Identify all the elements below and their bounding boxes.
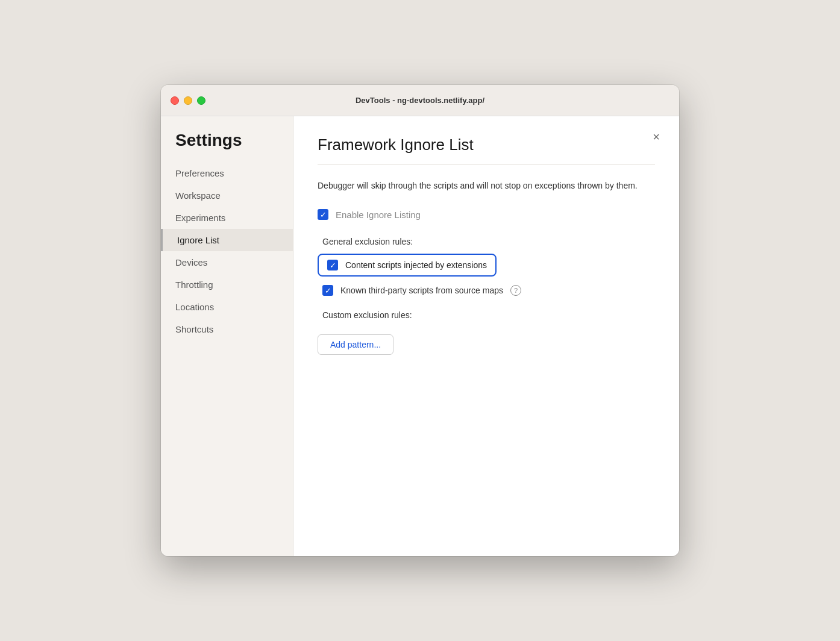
- sidebar-item-workspace[interactable]: Workspace: [161, 184, 293, 207]
- sidebar-heading: Settings: [161, 131, 293, 162]
- window-body: Settings Preferences Workspace Experimen…: [161, 116, 679, 556]
- traffic-lights: [171, 96, 205, 105]
- sidebar-item-experiments[interactable]: Experiments: [161, 207, 293, 229]
- general-exclusion-area: General exclusion rules: ✓ Content scrip…: [318, 237, 655, 296]
- sidebar-item-locations[interactable]: Locations: [161, 296, 293, 318]
- content-scripts-checkbox[interactable]: ✓: [327, 260, 338, 270]
- add-pattern-button[interactable]: Add pattern...: [318, 334, 393, 355]
- titlebar: DevTools - ng-devtools.netlify.app/: [161, 85, 679, 116]
- maximize-traffic-light[interactable]: [197, 96, 205, 105]
- main-content: × Framework Ignore List Debugger will sk…: [293, 116, 679, 556]
- content-scripts-label: Content scripts injected by extensions: [345, 260, 487, 270]
- checkmark-icon: ✓: [330, 261, 336, 269]
- known-scripts-label: Known third-party scripts from source ma…: [340, 286, 503, 295]
- close-button[interactable]: ×: [648, 128, 665, 145]
- known-scripts-row: ✓ Known third-party scripts from source …: [322, 285, 655, 296]
- divider: [318, 164, 655, 164]
- custom-exclusion-section: Custom exclusion rules: Add pattern...: [318, 310, 655, 355]
- page-title: Framework Ignore List: [318, 136, 655, 154]
- sidebar-item-preferences[interactable]: Preferences: [161, 162, 293, 184]
- custom-exclusion-label: Custom exclusion rules:: [322, 310, 655, 320]
- known-scripts-checkbox[interactable]: ✓: [322, 285, 333, 296]
- minimize-traffic-light[interactable]: [184, 96, 192, 105]
- titlebar-title: DevTools - ng-devtools.netlify.app/: [356, 96, 484, 105]
- description: Debugger will skip through the scripts a…: [318, 179, 655, 192]
- help-icon[interactable]: ?: [510, 285, 521, 296]
- sidebar-item-ignore-list[interactable]: Ignore List: [161, 229, 293, 251]
- general-exclusion-label: General exclusion rules:: [322, 237, 655, 246]
- sidebar-item-shortcuts[interactable]: Shortcuts: [161, 318, 293, 340]
- enable-ignore-listing-row: ✓ Enable Ignore Listing: [318, 209, 655, 220]
- content-scripts-row: ✓ Content scripts injected by extensions: [318, 254, 497, 277]
- close-traffic-light[interactable]: [171, 96, 179, 105]
- sidebar: Settings Preferences Workspace Experimen…: [161, 116, 293, 556]
- checkmark-icon: ✓: [325, 287, 331, 295]
- close-icon: ×: [653, 130, 660, 144]
- enable-ignore-listing-checkbox[interactable]: ✓: [318, 209, 328, 220]
- devtools-window: DevTools - ng-devtools.netlify.app/ Sett…: [161, 85, 679, 556]
- sidebar-item-devices[interactable]: Devices: [161, 251, 293, 274]
- checkmark-icon: ✓: [320, 211, 327, 219]
- sidebar-item-throttling[interactable]: Throttling: [161, 274, 293, 296]
- enable-ignore-listing-label: Enable Ignore Listing: [336, 210, 421, 220]
